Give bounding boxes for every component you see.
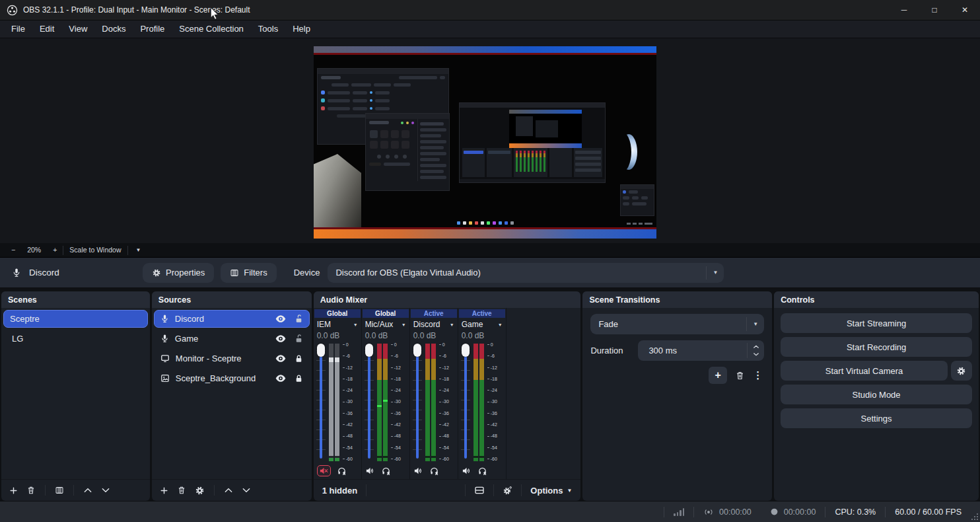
statusbar: 00:00:00 00:00:00 CPU: 0.3% 60.00 / 60.0… bbox=[0, 501, 980, 522]
resize-grip[interactable] bbox=[971, 513, 978, 520]
studio-mode-button[interactable]: Studio Mode bbox=[781, 385, 972, 404]
menu-profile[interactable]: Profile bbox=[133, 20, 172, 38]
volume-slider[interactable] bbox=[412, 344, 423, 461]
scene-filters-button[interactable] bbox=[55, 486, 64, 495]
mute-button[interactable] bbox=[462, 466, 472, 475]
move-scene-down-button[interactable] bbox=[101, 486, 110, 494]
settings-button[interactable]: Settings bbox=[781, 408, 972, 428]
volume-slider[interactable] bbox=[460, 344, 471, 461]
source-item-sceptre-background[interactable]: Sceptre_Background bbox=[154, 369, 310, 387]
chevron-down-icon: ▼ bbox=[707, 270, 724, 276]
channel-volume-db: 0.0 dB bbox=[410, 331, 458, 342]
start-streaming-button[interactable]: Start Streaming bbox=[781, 313, 972, 333]
meter-scale: 0-6-12-18-24-30-36-42-48-54-60 bbox=[388, 342, 408, 461]
source-item-discord[interactable]: Discord bbox=[154, 310, 310, 328]
duration-spinbox[interactable]: 300 ms bbox=[638, 340, 764, 361]
channel-name-dropdown[interactable]: Discord▼ bbox=[410, 318, 458, 331]
channel-name-dropdown[interactable]: IEM▼ bbox=[314, 318, 361, 331]
menu-scene-collection[interactable]: Scene Collection bbox=[172, 20, 251, 38]
scene-item-lg[interactable]: LG bbox=[3, 330, 148, 348]
monitor-off-headphones-icon[interactable] bbox=[477, 466, 487, 475]
properties-button[interactable]: Properties bbox=[143, 263, 214, 283]
volume-slider[interactable] bbox=[316, 344, 326, 461]
dock-area: Scenes Sceptre LG Sources bbox=[0, 291, 980, 501]
source-item-game[interactable]: Game bbox=[154, 330, 310, 348]
mixer-layout-toggle-icon[interactable] bbox=[466, 486, 493, 495]
visibility-eye-icon[interactable] bbox=[275, 315, 286, 323]
scene-item-sceptre[interactable]: Sceptre bbox=[3, 310, 148, 328]
volume-slider-thumb[interactable] bbox=[365, 344, 373, 357]
mixer-options-button[interactable]: Options▼ bbox=[522, 486, 580, 496]
preview-crescent-moon bbox=[619, 133, 637, 171]
menu-tools[interactable]: Tools bbox=[251, 20, 285, 38]
preview-canvas[interactable] bbox=[314, 46, 656, 239]
remove-source-button[interactable] bbox=[177, 486, 186, 495]
volume-slider[interactable] bbox=[364, 344, 374, 461]
add-source-button[interactable] bbox=[160, 486, 168, 495]
preview-zone bbox=[0, 38, 980, 243]
volume-slider-thumb[interactable] bbox=[413, 344, 421, 357]
scenes-panel: Scenes Sceptre LG bbox=[1, 291, 150, 501]
preview-window-soundboard bbox=[365, 113, 450, 191]
close-button[interactable]: ✕ bbox=[950, 0, 980, 20]
volume-meter bbox=[425, 344, 436, 461]
unlock-icon[interactable] bbox=[295, 315, 303, 324]
maximize-button[interactable]: □ bbox=[919, 0, 950, 20]
move-scene-up-button[interactable] bbox=[83, 486, 92, 494]
controls-header: Controls bbox=[774, 291, 979, 308]
audio-mixer-panel: Audio Mixer Global IEM▼ 0.0 dB 0-6-12-18… bbox=[314, 291, 581, 501]
remove-scene-button[interactable] bbox=[26, 486, 36, 495]
zoom-level: 20% bbox=[21, 243, 47, 257]
advanced-audio-gear-icon[interactable] bbox=[494, 486, 521, 496]
zoom-in-button[interactable]: + bbox=[47, 243, 63, 257]
move-source-up-button[interactable] bbox=[224, 486, 233, 494]
start-recording-button[interactable]: Start Recording bbox=[781, 337, 972, 357]
volume-slider-thumb[interactable] bbox=[317, 344, 325, 357]
menu-file[interactable]: File bbox=[4, 20, 32, 38]
add-scene-button[interactable] bbox=[9, 486, 18, 495]
channel-name-dropdown[interactable]: Game▼ bbox=[458, 318, 506, 331]
menu-docks[interactable]: Docks bbox=[94, 20, 133, 38]
visibility-eye-icon[interactable] bbox=[275, 334, 286, 343]
menu-view[interactable]: View bbox=[61, 20, 94, 38]
obs-window: OBS 32.1.1 - Profile: Dual Input - Main … bbox=[0, 0, 980, 522]
chevron-down-icon: ▼ bbox=[402, 322, 406, 327]
monitor-off-headphones-icon[interactable] bbox=[381, 466, 391, 475]
monitor-icon bbox=[160, 354, 170, 363]
lock-icon[interactable] bbox=[295, 374, 303, 383]
visibility-eye-icon[interactable] bbox=[275, 374, 286, 383]
zoom-out-button[interactable]: − bbox=[5, 243, 21, 257]
start-virtual-camera-button[interactable]: Start Virtual Camera bbox=[781, 361, 948, 381]
source-properties-gear-button[interactable] bbox=[195, 486, 205, 496]
device-label: Device bbox=[294, 268, 320, 278]
visibility-eye-icon[interactable] bbox=[275, 354, 286, 363]
sources-toolbar bbox=[152, 479, 312, 501]
meter-scale: 0-6-12-18-24-30-36-42-48-54-60 bbox=[484, 342, 505, 461]
menu-edit[interactable]: Edit bbox=[32, 20, 61, 38]
minimize-button[interactable]: ─ bbox=[889, 0, 919, 20]
filters-button[interactable]: Filters bbox=[221, 263, 276, 283]
channel-name-dropdown[interactable]: Mic/Aux▼ bbox=[362, 318, 409, 331]
transition-properties-kebab-icon[interactable]: ⋮ bbox=[753, 369, 763, 381]
add-transition-button[interactable]: + bbox=[709, 367, 727, 384]
unlock-icon[interactable] bbox=[295, 334, 303, 344]
move-source-down-button[interactable] bbox=[242, 486, 251, 494]
scale-mode-label[interactable]: Scale to Window bbox=[63, 243, 127, 257]
scale-mode-dropdown[interactable]: ▼ bbox=[128, 243, 149, 257]
virtual-camera-settings-gear-button[interactable] bbox=[951, 361, 972, 381]
remove-transition-button[interactable] bbox=[735, 371, 745, 381]
transition-combobox[interactable]: Fade ▼ bbox=[590, 314, 764, 334]
mic-icon bbox=[160, 314, 169, 324]
monitor-off-headphones-icon[interactable] bbox=[429, 466, 439, 475]
monitor-off-headphones-icon[interactable] bbox=[337, 466, 347, 475]
source-item-monitor-sceptre[interactable]: Monitor - Sceptre bbox=[154, 350, 310, 367]
duration-decrease-button[interactable] bbox=[748, 351, 764, 359]
lock-icon[interactable] bbox=[295, 354, 303, 363]
duration-increase-button[interactable] bbox=[748, 343, 764, 351]
menu-help[interactable]: Help bbox=[285, 20, 318, 38]
volume-slider-thumb[interactable] bbox=[462, 344, 470, 357]
mute-button[interactable] bbox=[413, 466, 423, 475]
mute-button[interactable] bbox=[317, 465, 331, 476]
mute-button[interactable] bbox=[365, 466, 375, 475]
device-combobox[interactable]: Discord for OBS (Elgato Virtual Audio) ▼ bbox=[328, 263, 724, 283]
